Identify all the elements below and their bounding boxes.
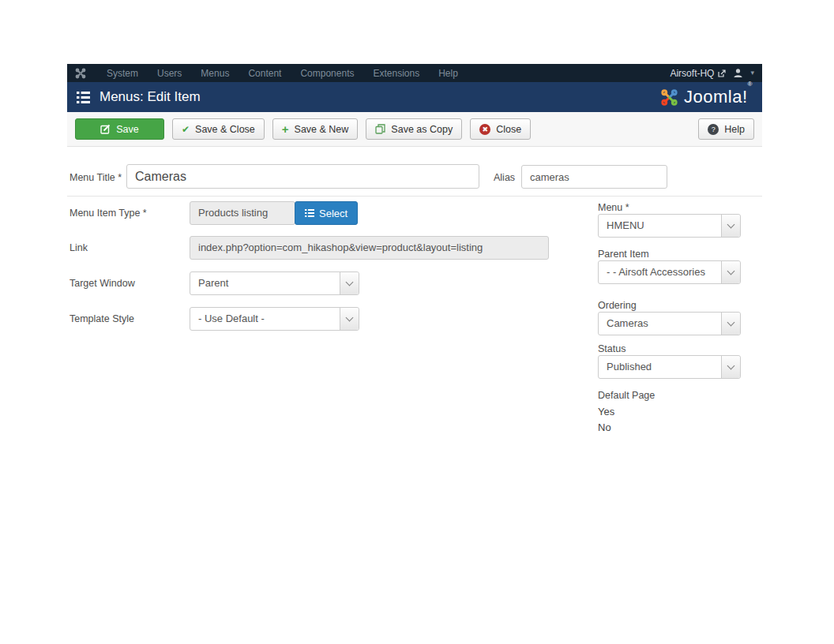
admin-navbar: System Users Menus Content Components Ex…: [67, 64, 762, 82]
default-page-label: Default Page: [598, 390, 655, 401]
page-title: Menus: Edit Item: [100, 89, 201, 105]
status-select[interactable]: Published: [598, 355, 741, 379]
menu-title-input[interactable]: [126, 164, 479, 189]
save-icon: [100, 124, 111, 134]
menu-list-icon: [77, 92, 90, 103]
check-icon: ✔: [182, 124, 190, 135]
menu-system[interactable]: System: [97, 68, 148, 79]
close-icon: ✖: [479, 124, 490, 135]
ordering-select[interactable]: Cameras: [598, 312, 741, 335]
user-icon[interactable]: [733, 68, 743, 78]
save-copy-button[interactable]: Save as Copy: [366, 118, 462, 140]
menu-content[interactable]: Content: [239, 68, 291, 79]
chevron-down-icon[interactable]: ▾: [750, 69, 754, 77]
target-window-select[interactable]: Parent: [190, 271, 359, 295]
chevron-down-icon[interactable]: [721, 356, 740, 378]
chevron-down-icon[interactable]: [340, 308, 359, 330]
template-style-label: Template Style: [70, 313, 134, 324]
link-label: Link: [70, 242, 88, 253]
external-link-icon: [718, 69, 726, 77]
menu-users[interactable]: Users: [148, 68, 191, 79]
help-icon: ?: [708, 124, 719, 135]
joomla-logo: Joomla!®: [660, 87, 753, 107]
alias-input[interactable]: [521, 165, 667, 189]
menu-item-type-field: Products listing: [190, 201, 295, 225]
chevron-down-icon[interactable]: [721, 313, 740, 335]
menu-label: Menu *: [598, 202, 629, 213]
link-field: index.php?option=com_hikashop&view=produ…: [190, 236, 549, 260]
template-style-select[interactable]: - Use Default -: [190, 307, 359, 331]
alias-label: Alias: [494, 172, 515, 183]
site-preview-link[interactable]: Airsoft-HQ: [670, 68, 726, 79]
target-window-label: Target Window: [70, 278, 135, 289]
select-menu-item-type-button[interactable]: Select: [295, 201, 358, 225]
chevron-down-icon[interactable]: [340, 272, 359, 294]
joomla-logo-icon: [660, 88, 678, 107]
site-name: Airsoft-HQ: [670, 68, 714, 79]
joomla-logo-text: Joomla!®: [684, 87, 753, 107]
save-button[interactable]: Save: [75, 118, 164, 140]
menu-item-type-label: Menu Item Type *: [70, 208, 147, 219]
default-page-option-yes[interactable]: Yes: [598, 406, 614, 417]
close-button[interactable]: ✖ Close: [470, 118, 531, 140]
parent-item-label: Parent Item: [598, 249, 649, 260]
joomla-mark-icon: [75, 68, 86, 79]
menu-menus[interactable]: Menus: [191, 68, 239, 79]
toolbar: Save ✔ Save & Close + Save & New Save as…: [67, 112, 762, 147]
help-button[interactable]: ? Help: [698, 118, 754, 140]
list-icon: [305, 209, 314, 217]
menu-title-label: Menu Title *: [70, 172, 122, 183]
chevron-down-icon[interactable]: [721, 215, 740, 237]
default-page-option-no[interactable]: No: [598, 421, 611, 433]
save-new-button[interactable]: + Save & New: [272, 118, 359, 140]
save-close-button[interactable]: ✔ Save & Close: [172, 118, 265, 140]
copy-icon: [375, 124, 385, 134]
admin-window: System Users Menus Content Components Ex…: [67, 64, 762, 506]
menu-extensions[interactable]: Extensions: [363, 68, 429, 79]
divider: [67, 196, 762, 197]
parent-item-select[interactable]: - - Airsoft Accessories: [598, 260, 741, 284]
ordering-label: Ordering: [598, 300, 637, 311]
plus-icon: +: [282, 123, 289, 135]
menu-components[interactable]: Components: [291, 68, 363, 79]
chevron-down-icon[interactable]: [721, 261, 740, 283]
page-header: Menus: Edit Item Joomla!®: [67, 82, 762, 112]
menu-help[interactable]: Help: [429, 68, 468, 79]
admin-menu: System Users Menus Content Components Ex…: [97, 68, 468, 79]
menu-select[interactable]: HMENU: [598, 214, 741, 238]
status-label: Status: [598, 343, 626, 354]
